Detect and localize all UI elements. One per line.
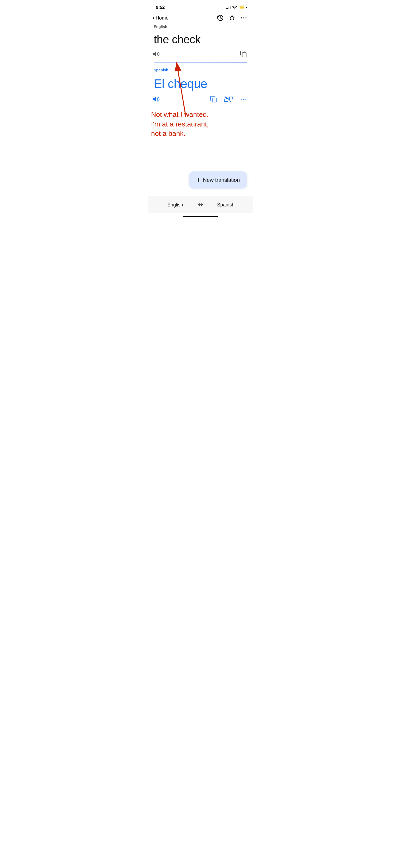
history-icon [217, 14, 224, 21]
target-speaker-icon [153, 95, 160, 103]
svg-point-2 [243, 18, 244, 19]
source-actions [148, 48, 253, 62]
source-copy-button[interactable] [240, 50, 247, 58]
language-switcher: English Spanish [148, 196, 253, 213]
signal-icon [226, 6, 231, 9]
svg-point-6 [241, 99, 242, 100]
annotation-area: Not what I wanted. I'm at a restaurant, … [148, 110, 253, 163]
copy-icon [240, 50, 247, 58]
new-translation-area: + New translation [148, 163, 253, 194]
svg-rect-5 [212, 98, 216, 102]
svg-point-8 [245, 99, 246, 100]
status-bar: 9:52 [148, 0, 253, 13]
battery-icon [239, 6, 246, 9]
new-translation-button[interactable]: + New translation [189, 172, 247, 188]
back-label: Home [156, 15, 168, 21]
new-translation-label: New translation [203, 177, 240, 183]
thumbs-icon [224, 95, 234, 103]
target-copy-icon [210, 95, 217, 103]
translation-more-icon [240, 95, 247, 103]
source-lang-label: English [148, 24, 253, 29]
target-copy-button[interactable] [210, 95, 217, 103]
nav-actions [217, 14, 247, 21]
svg-point-7 [243, 99, 244, 100]
nav-bar: ‹ Home [148, 13, 253, 24]
status-icons [226, 5, 246, 10]
translation-text[interactable]: El cheque [148, 72, 253, 93]
home-bar [183, 216, 218, 217]
feedback-button[interactable] [224, 95, 234, 103]
speaker-icon [153, 50, 160, 58]
target-speak-button[interactable] [153, 95, 160, 103]
more-button[interactable] [240, 14, 247, 21]
status-time: 9:52 [156, 5, 165, 10]
star-icon [228, 14, 236, 21]
source-speak-button[interactable] [153, 50, 160, 58]
svg-rect-4 [242, 53, 246, 57]
source-text[interactable]: the check [148, 29, 253, 48]
svg-point-1 [241, 18, 242, 19]
more-icon [240, 14, 247, 21]
source-lang-switch[interactable]: English [154, 201, 197, 209]
target-lang-label: Spanish [148, 63, 253, 72]
home-indicator [148, 213, 253, 219]
history-button[interactable] [217, 14, 224, 21]
back-arrow-icon: ‹ [153, 15, 155, 21]
star-button[interactable] [228, 14, 236, 21]
translation-actions [148, 93, 253, 107]
swap-languages-icon[interactable] [197, 202, 204, 208]
annotation-text: Not what I wanted. I'm at a restaurant, … [148, 110, 253, 138]
svg-point-3 [245, 18, 246, 19]
target-lang-switch[interactable]: Spanish [204, 201, 247, 209]
wifi-icon [232, 5, 237, 10]
back-button[interactable]: ‹ Home [153, 15, 168, 21]
translation-more-button[interactable] [240, 95, 247, 103]
plus-icon: + [196, 176, 200, 184]
